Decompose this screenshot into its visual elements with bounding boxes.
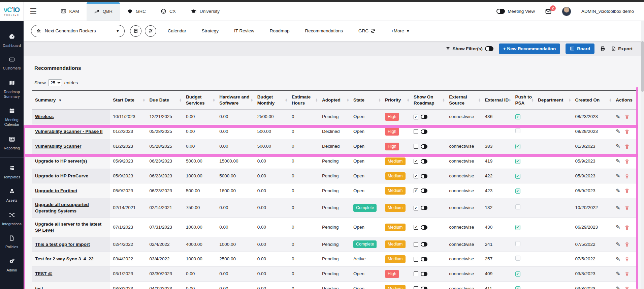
push-to-psa-checkbox[interactable]: ✔ (515, 189, 520, 194)
edit-pencil-icon[interactable]: ✎ (616, 257, 620, 262)
push-to-psa-checkbox[interactable] (515, 204, 520, 209)
roadmap-checkbox[interactable]: ✔ (414, 225, 418, 230)
delete-trash-icon[interactable] (624, 129, 630, 134)
edit-pencil-icon[interactable]: ✎ (616, 188, 620, 194)
export-button[interactable]: Export (611, 46, 633, 51)
scrollbar-track[interactable] (641, 21, 644, 289)
column-header-priority[interactable]: Priority▲▼ (382, 91, 411, 110)
subnav-link-it-review[interactable]: IT Review (234, 28, 254, 33)
summary-link[interactable]: Vulnerability Scanner - Phase II (35, 129, 103, 134)
client-selector[interactable]: Next Generation Rockers ▼ (31, 25, 125, 37)
push-to-psa-checkbox[interactable]: ✔ (515, 114, 520, 119)
push-to-psa-checkbox[interactable] (515, 256, 520, 261)
column-header-department[interactable]: Department▲▼ (535, 91, 572, 110)
column-header-due_date[interactable]: Due Date▲▼ (147, 91, 183, 110)
sidebar-item-admin[interactable]: Admin (0, 254, 24, 277)
roadmap-checkbox[interactable]: ✔ (414, 159, 418, 164)
toggle-icon[interactable] (421, 287, 427, 289)
edit-pencil-icon[interactable]: ✎ (616, 129, 620, 134)
column-header-roadmap[interactable]: Show On Roadmap▲▼ (411, 91, 446, 110)
toggle-icon[interactable] (421, 159, 427, 164)
toggle-icon[interactable] (421, 225, 427, 230)
column-header-start_date[interactable]: Start Date▲▼ (110, 91, 146, 110)
push-to-psa-checkbox[interactable] (515, 128, 520, 133)
sidebar-item-integrations[interactable]: Integrations (0, 207, 24, 231)
messages-button[interactable]: 2 (545, 8, 552, 15)
sidebar-item-roadmap-summary[interactable]: Roadmap Summary (0, 75, 24, 104)
roadmap-checkbox[interactable]: ✔ (414, 206, 418, 210)
delete-trash-icon[interactable] (624, 188, 630, 193)
subnav-link-roadmap[interactable]: Roadmap (270, 28, 290, 33)
push-to-psa-checkbox[interactable]: ✔ (515, 174, 520, 179)
sidebar-item-meeting-calendar[interactable]: Meeting Calendar (0, 103, 24, 132)
meeting-view-toggle[interactable]: Meeting View (496, 9, 535, 14)
push-to-psa-checkbox[interactable]: ✔ (515, 286, 520, 289)
sidebar-item-templates[interactable]: Templates (0, 161, 24, 184)
subnav-link-grc[interactable]: GRC (358, 28, 376, 33)
user-name[interactable]: ADMIN_vciotoolbox demo (581, 9, 634, 14)
roadmap-checkbox[interactable] (414, 271, 418, 276)
sidebar-item-customers[interactable]: Customers (0, 52, 24, 75)
summary-link[interactable]: This a test opp for import (35, 242, 90, 247)
board-button[interactable]: Board (566, 44, 594, 54)
push-to-psa-checkbox[interactable]: ✔ (515, 225, 520, 230)
column-header-created_on[interactable]: Created On▲▼ (572, 91, 613, 110)
sidebar-item-dashboard[interactable]: Dashboard (0, 29, 24, 52)
summary-link[interactable]: Vulnerability Scanner (35, 144, 82, 149)
edit-pencil-icon[interactable]: ✎ (616, 173, 620, 179)
edit-pencil-icon[interactable]: ✎ (616, 271, 620, 277)
roadmap-checkbox[interactable] (414, 242, 418, 247)
column-header-adopted[interactable]: Adopted▲▼ (319, 91, 350, 110)
tab-kam[interactable]: KAM (53, 2, 87, 21)
summary-link[interactable]: Upgrade all unsupported Operating System… (35, 202, 89, 213)
summary-link[interactable]: TEST @ (35, 271, 52, 276)
new-recommendation-button[interactable]: + New Recommendation (499, 44, 560, 54)
summary-link[interactable]: Test for 2 way Sync 3_4_22 (35, 256, 94, 261)
roadmap-checkbox[interactable]: ✔ (414, 189, 418, 193)
subnav-link--more[interactable]: +More▼ (391, 28, 410, 33)
scrollbar-thumb[interactable] (641, 41, 644, 92)
toggle-icon[interactable] (421, 257, 427, 261)
summary-link[interactable]: Upgrade to HP ProCurve (35, 173, 88, 178)
subnav-link-recommendations[interactable]: Recommendations (305, 28, 343, 33)
edit-pencil-icon[interactable]: ✎ (616, 242, 620, 247)
delete-trash-icon[interactable] (624, 271, 630, 277)
print-button[interactable] (600, 46, 606, 52)
edit-pencil-icon[interactable]: ✎ (616, 158, 620, 164)
toggle-icon[interactable] (421, 144, 427, 149)
edit-pencil-icon[interactable]: ✎ (616, 114, 620, 120)
summary-link[interactable]: test (35, 286, 43, 289)
delete-trash-icon[interactable] (624, 174, 630, 179)
toggle-icon[interactable] (421, 206, 427, 210)
vcio-toolbox-logo[interactable]: vC●IO TOOLB●X (0, 2, 24, 21)
column-header-external_source[interactable]: External Source▲▼ (446, 91, 482, 110)
summary-link[interactable]: Upgrade to Fortinet (35, 188, 77, 193)
column-header-budget_services[interactable]: Budget Services▲▼ (183, 91, 216, 110)
delete-trash-icon[interactable] (624, 242, 630, 247)
roadmap-checkbox[interactable]: ✔ (414, 174, 418, 178)
toggle-icon[interactable] (421, 115, 427, 119)
tab-qbr[interactable]: QBR (87, 2, 120, 21)
summary-link[interactable]: Upgrade all server to the latest SP Leve… (35, 222, 101, 233)
column-header-budget_monthly[interactable]: Budget Monthly▲▼ (254, 91, 289, 110)
edit-pencil-icon[interactable]: ✎ (616, 144, 620, 149)
summary-link[interactable]: Upgrade to HP server(s) (35, 158, 87, 164)
toggle-icon[interactable] (421, 242, 427, 247)
delete-trash-icon[interactable] (624, 257, 630, 262)
delete-trash-icon[interactable] (624, 286, 630, 289)
building-button[interactable] (130, 25, 141, 37)
toggle-icon[interactable] (421, 272, 427, 276)
edit-pencil-icon[interactable]: ✎ (616, 225, 620, 230)
roadmap-checkbox[interactable] (414, 286, 418, 289)
subnav-link-calendar[interactable]: Calendar (168, 28, 186, 33)
column-header-external_id[interactable]: External ID▲▼ (482, 91, 512, 110)
roadmap-checkbox[interactable] (414, 144, 418, 149)
avatar[interactable] (562, 7, 571, 16)
column-header-hardware[interactable]: Hardware and Software▲▼ (216, 91, 254, 110)
tab-cx[interactable]: CX (153, 2, 183, 21)
push-to-psa-checkbox[interactable]: ✔ (515, 159, 520, 164)
roadmap-checkbox[interactable] (414, 257, 418, 262)
sidebar-item-reporting[interactable]: Reporting (0, 132, 24, 155)
push-to-psa-checkbox[interactable]: ✔ (515, 271, 520, 277)
delete-trash-icon[interactable] (624, 144, 630, 149)
